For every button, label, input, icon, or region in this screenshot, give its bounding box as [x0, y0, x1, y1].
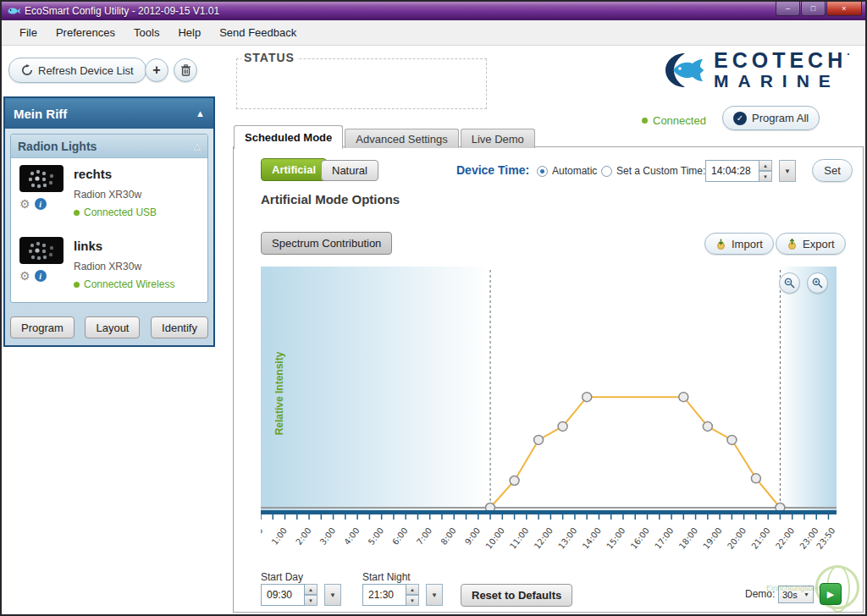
spinner-down-icon[interactable]: ▼: [305, 595, 318, 606]
section-title: Artificial Mode Options: [261, 192, 400, 206]
fish-logo-icon: [663, 51, 709, 90]
svg-text:15:00: 15:00: [605, 525, 627, 550]
menu-preferences[interactable]: Preferences: [47, 22, 124, 43]
info-icon[interactable]: i: [35, 198, 47, 210]
layout-button[interactable]: Layout: [85, 316, 140, 338]
device-row-rechts[interactable]: ⚙ i rechts Radion XR30w Connected USB: [11, 158, 207, 230]
info-icon[interactable]: i: [35, 270, 47, 282]
svg-text:9:00: 9:00: [463, 525, 483, 546]
svg-text:5:00: 5:00: [367, 525, 386, 546]
titlebar: EcoSmart Config Utility - 2012-09-15 V1.…: [2, 2, 865, 20]
device-status: Connected Wireless: [74, 278, 204, 290]
logo-word-marine: MARINE: [714, 71, 854, 91]
import-button[interactable]: Import: [704, 233, 774, 255]
radion-lights-panel: Radion Lights △ ⚙ i rechts Radion XR30w: [10, 134, 208, 303]
device-status-label: Connected Wireless: [84, 278, 174, 290]
chart-ylabel: Relative Intensity: [273, 352, 285, 436]
schedule-chart-area: Relative Intensity 0:001:002:003:004:005…: [261, 267, 837, 563]
automatic-radio[interactable]: Automatic: [537, 165, 597, 177]
tab-live-demo[interactable]: Live Demo: [461, 129, 535, 148]
export-icon: [787, 239, 798, 250]
start-day-control: 09:30 ▲ ▼ ▼: [261, 584, 341, 606]
start-night-control: 21:30 ▲ ▼ ▼: [362, 584, 443, 606]
start-night-dropdown[interactable]: ▼: [426, 584, 443, 606]
maximize-button[interactable]: □: [801, 2, 826, 16]
gear-icon[interactable]: ⚙: [19, 198, 30, 210]
reset-to-defaults-button[interactable]: Reset to Defaults: [461, 584, 572, 607]
device-row-links[interactable]: ⚙ i links Radion XR30w Connected Wireles…: [11, 230, 207, 302]
menu-tools[interactable]: Tools: [124, 22, 168, 43]
svg-text:11:00: 11:00: [508, 525, 530, 550]
device-time-control: 14:04:28 ▲ ▼ ▼: [705, 160, 796, 182]
radio-unselected-icon[interactable]: [601, 166, 612, 177]
program-button[interactable]: Program: [10, 316, 75, 338]
tab-advanced-settings[interactable]: Advanced Settings: [345, 129, 458, 148]
zoom-out-button[interactable]: [779, 272, 800, 294]
start-night-label: Start Night: [362, 571, 411, 583]
device-status: Connected USB: [74, 206, 204, 218]
connection-status: Connected: [642, 114, 706, 127]
spinner-up-icon[interactable]: ▲: [759, 160, 772, 171]
status-heading: STATUS: [241, 51, 297, 64]
menu-send-feedback[interactable]: Send Feedback: [210, 22, 306, 43]
menu-file[interactable]: File: [10, 22, 47, 43]
collapse-up-outline-icon[interactable]: △: [194, 140, 201, 151]
svg-text:23:50: 23:50: [815, 525, 837, 550]
spinner-down-icon[interactable]: ▼: [759, 171, 772, 182]
menubar: File Preferences Tools Help Send Feedbac…: [2, 20, 865, 46]
app-window: EcoSmart Config Utility - 2012-09-15 V1.…: [0, 0, 867, 616]
artificial-mode-button[interactable]: Artificial: [261, 158, 327, 181]
natural-mode-button[interactable]: Natural: [321, 160, 378, 181]
svg-text:19:00: 19:00: [701, 525, 723, 550]
spinner-down-icon[interactable]: ▼: [406, 595, 419, 606]
radio-selected-icon[interactable]: [537, 166, 548, 177]
svg-text:0:00: 0:00: [261, 525, 265, 546]
scheduled-mode-panel: Artificial Natural Device Time: Automati…: [233, 146, 864, 613]
tab-scheduled-mode[interactable]: Scheduled Mode: [234, 125, 343, 149]
svg-text:13:00: 13:00: [556, 525, 578, 550]
device-group-title: Mein Riff: [14, 107, 67, 121]
svg-text:20:00: 20:00: [726, 525, 748, 550]
spinner-up-icon[interactable]: ▲: [305, 584, 318, 595]
refresh-device-list-button[interactable]: Refresh Device List: [8, 58, 146, 83]
zoom-in-button[interactable]: [807, 272, 828, 294]
export-button[interactable]: Export: [776, 233, 846, 255]
device-time-dropdown[interactable]: ▼: [779, 160, 796, 182]
start-day-input[interactable]: 09:30: [261, 584, 305, 606]
minimize-button[interactable]: –: [776, 2, 800, 16]
program-all-button[interactable]: ✓ Program All: [722, 106, 820, 130]
svg-text:1:00: 1:00: [270, 525, 290, 546]
demo-play-button[interactable]: ▶: [820, 583, 842, 605]
device-thumbnail: [19, 237, 64, 264]
play-icon: ▶: [827, 589, 834, 600]
device-group-panel: Mein Riff ▲ Radion Lights △ ⚙ i: [3, 96, 215, 347]
export-label: Export: [803, 238, 835, 250]
device-time-input[interactable]: 14:04:28: [705, 160, 759, 182]
spectrum-contribution-button[interactable]: Spectrum Contribution: [261, 232, 392, 255]
delete-device-button[interactable]: [174, 58, 197, 82]
start-day-dropdown[interactable]: ▼: [324, 584, 341, 606]
refresh-icon: [21, 64, 33, 76]
svg-text:22:00: 22:00: [774, 525, 796, 550]
collapse-up-icon[interactable]: ▲: [196, 108, 205, 118]
custom-time-radio[interactable]: Set a Custom Time:: [601, 165, 705, 177]
close-button[interactable]: ×: [826, 2, 862, 16]
radion-lights-header[interactable]: Radion Lights △: [11, 135, 207, 158]
identify-button[interactable]: Identify: [151, 316, 208, 338]
device-name: links: [74, 239, 204, 253]
intensity-chart[interactable]: 0:001:002:003:004:005:006:007:008:009:00…: [261, 267, 837, 566]
add-device-button[interactable]: +: [145, 58, 168, 82]
connected-label: Connected: [653, 114, 706, 127]
spinner-up-icon[interactable]: ▲: [406, 584, 419, 595]
connected-dot: [642, 118, 648, 124]
gear-icon[interactable]: ⚙: [19, 270, 30, 282]
app-fish-icon: [7, 5, 20, 17]
svg-text:3:00: 3:00: [318, 525, 338, 546]
device-status-label: Connected USB: [84, 206, 157, 218]
svg-text:2:00: 2:00: [294, 525, 313, 546]
menu-help[interactable]: Help: [168, 22, 210, 43]
start-night-input[interactable]: 21:30: [362, 584, 406, 606]
svg-text:21:00: 21:00: [749, 525, 771, 550]
set-time-button[interactable]: Set: [812, 159, 853, 182]
device-group-header[interactable]: Mein Riff ▲: [5, 98, 213, 129]
